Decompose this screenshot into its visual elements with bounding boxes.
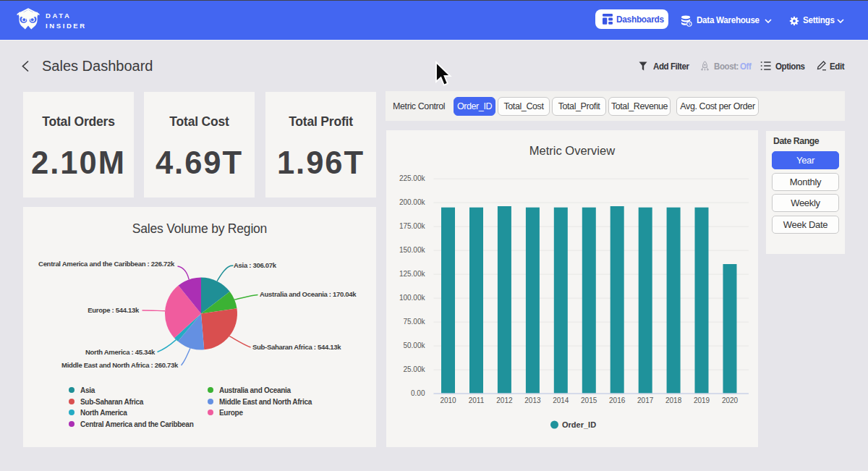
svg-text:200.00k: 200.00k (399, 198, 426, 206)
svg-text:0.00: 0.00 (411, 389, 425, 397)
svg-text:2016: 2016 (609, 396, 626, 404)
svg-text:125.00k: 125.00k (399, 270, 426, 278)
svg-text:100.00k: 100.00k (399, 294, 426, 302)
svg-text:2012: 2012 (496, 396, 513, 404)
svg-text:25.00k: 25.00k (403, 365, 425, 373)
svg-text:2010: 2010 (440, 396, 456, 404)
svg-text:225.00k: 225.00k (399, 174, 426, 182)
svg-text:2017: 2017 (637, 396, 654, 404)
svg-text:2018: 2018 (665, 396, 682, 404)
svg-text:2015: 2015 (581, 396, 597, 404)
svg-text:2013: 2013 (524, 396, 541, 404)
svg-text:175.00k: 175.00k (399, 222, 426, 230)
svg-text:2020: 2020 (722, 396, 739, 404)
svg-text:2019: 2019 (694, 396, 710, 404)
svg-text:50.00k: 50.00k (403, 341, 425, 349)
svg-text:75.00k: 75.00k (403, 318, 425, 326)
svg-text:Order_ID: Order_ID (562, 420, 596, 429)
svg-text:2014: 2014 (553, 396, 569, 404)
svg-text:150.00k: 150.00k (399, 246, 426, 254)
svg-text:2011: 2011 (469, 396, 485, 404)
